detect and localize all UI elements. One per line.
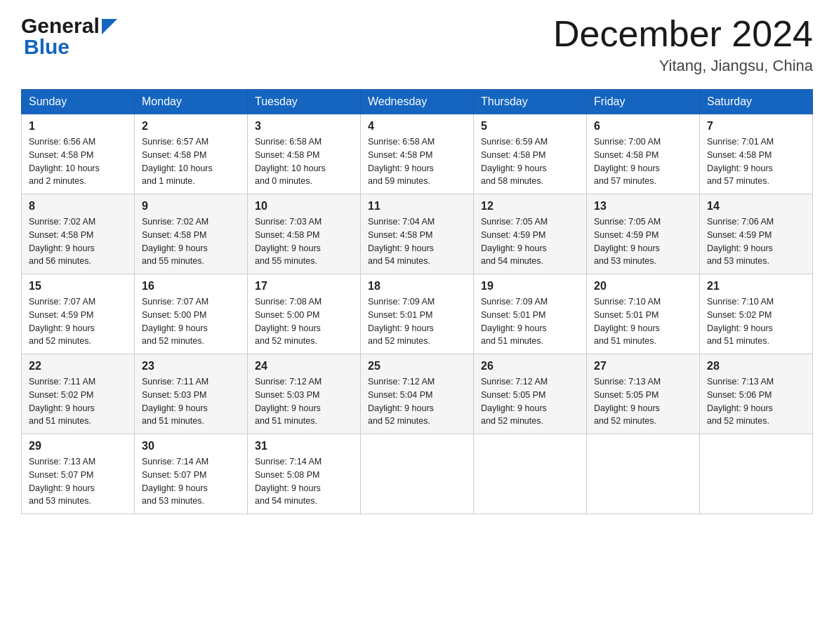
day-info: Sunrise: 6:57 AMSunset: 4:58 PMDaylight:… [142,135,240,188]
calendar-cell: 15Sunrise: 7:07 AMSunset: 4:59 PMDayligh… [22,274,135,354]
day-number: 10 [255,200,353,213]
calendar-cell [587,434,700,514]
day-number: 11 [368,200,466,213]
col-tuesday: Tuesday [248,90,361,114]
day-number: 18 [368,280,466,293]
calendar-cell: 14Sunrise: 7:06 AMSunset: 4:59 PMDayligh… [700,194,813,274]
calendar-cell: 6Sunrise: 7:00 AMSunset: 4:58 PMDaylight… [587,114,700,194]
day-info: Sunrise: 6:56 AMSunset: 4:58 PMDaylight:… [29,135,127,188]
day-number: 17 [255,280,353,293]
day-number: 7 [707,120,805,133]
col-friday: Friday [587,90,700,114]
day-number: 27 [594,360,692,373]
calendar-cell: 24Sunrise: 7:12 AMSunset: 5:03 PMDayligh… [248,354,361,434]
calendar-cell: 1Sunrise: 6:56 AMSunset: 4:58 PMDaylight… [22,114,135,194]
day-info: Sunrise: 7:01 AMSunset: 4:58 PMDaylight:… [707,135,805,188]
day-number: 24 [255,360,353,373]
day-number: 9 [142,200,240,213]
day-number: 8 [29,200,127,213]
day-info: Sunrise: 6:58 AMSunset: 4:58 PMDaylight:… [368,135,466,188]
calendar-cell: 16Sunrise: 7:07 AMSunset: 5:00 PMDayligh… [135,274,248,354]
day-info: Sunrise: 7:14 AMSunset: 5:07 PMDaylight:… [142,455,240,508]
day-info: Sunrise: 7:05 AMSunset: 4:59 PMDaylight:… [594,215,692,268]
day-number: 6 [594,120,692,133]
day-number: 21 [707,280,805,293]
day-info: Sunrise: 7:12 AMSunset: 5:04 PMDaylight:… [368,375,466,428]
calendar-cell: 25Sunrise: 7:12 AMSunset: 5:04 PMDayligh… [361,354,474,434]
day-info: Sunrise: 7:09 AMSunset: 5:01 PMDaylight:… [481,295,579,348]
week-row-4: 22Sunrise: 7:11 AMSunset: 5:02 PMDayligh… [22,354,813,434]
calendar-cell: 18Sunrise: 7:09 AMSunset: 5:01 PMDayligh… [361,274,474,354]
day-info: Sunrise: 6:59 AMSunset: 4:58 PMDaylight:… [481,135,579,188]
day-number: 3 [255,120,353,133]
calendar-cell [361,434,474,514]
day-info: Sunrise: 7:12 AMSunset: 5:05 PMDaylight:… [481,375,579,428]
calendar-cell: 9Sunrise: 7:02 AMSunset: 4:58 PMDaylight… [135,194,248,274]
col-wednesday: Wednesday [361,90,474,114]
col-thursday: Thursday [474,90,587,114]
page-header: General Blue December 2024 Yitang, Jiang… [21,14,813,75]
logo-arrow-icon [102,19,117,34]
calendar-cell: 4Sunrise: 6:58 AMSunset: 4:58 PMDaylight… [361,114,474,194]
day-number: 14 [707,200,805,213]
logo-blue-text: Blue [24,35,70,59]
week-row-1: 1Sunrise: 6:56 AMSunset: 4:58 PMDaylight… [22,114,813,194]
header-row: Sunday Monday Tuesday Wednesday Thursday… [22,90,813,114]
day-info: Sunrise: 7:07 AMSunset: 4:59 PMDaylight:… [29,295,127,348]
day-info: Sunrise: 7:04 AMSunset: 4:58 PMDaylight:… [368,215,466,268]
week-row-2: 8Sunrise: 7:02 AMSunset: 4:58 PMDaylight… [22,194,813,274]
col-monday: Monday [135,90,248,114]
day-info: Sunrise: 7:13 AMSunset: 5:07 PMDaylight:… [29,455,127,508]
day-number: 25 [368,360,466,373]
day-info: Sunrise: 7:02 AMSunset: 4:58 PMDaylight:… [142,215,240,268]
day-number: 16 [142,280,240,293]
day-number: 29 [29,440,127,452]
day-number: 26 [481,360,579,373]
day-number: 4 [368,120,466,133]
calendar-cell: 10Sunrise: 7:03 AMSunset: 4:58 PMDayligh… [248,194,361,274]
day-info: Sunrise: 7:06 AMSunset: 4:59 PMDaylight:… [707,215,805,268]
day-number: 1 [29,120,127,133]
calendar-cell: 17Sunrise: 7:08 AMSunset: 5:00 PMDayligh… [248,274,361,354]
week-row-5: 29Sunrise: 7:13 AMSunset: 5:07 PMDayligh… [22,434,813,514]
day-number: 12 [481,200,579,213]
calendar-cell: 29Sunrise: 7:13 AMSunset: 5:07 PMDayligh… [22,434,135,514]
day-number: 28 [707,360,805,373]
calendar-cell: 20Sunrise: 7:10 AMSunset: 5:01 PMDayligh… [587,274,700,354]
location-title: Yitang, Jiangsu, China [553,57,813,75]
month-year-title: December 2024 [553,14,813,54]
day-info: Sunrise: 7:08 AMSunset: 5:00 PMDaylight:… [255,295,353,348]
calendar-table: Sunday Monday Tuesday Wednesday Thursday… [21,89,813,514]
day-number: 13 [594,200,692,213]
day-number: 22 [29,360,127,373]
day-info: Sunrise: 7:11 AMSunset: 5:02 PMDaylight:… [29,375,127,428]
calendar-cell: 31Sunrise: 7:14 AMSunset: 5:08 PMDayligh… [248,434,361,514]
calendar-cell: 13Sunrise: 7:05 AMSunset: 4:59 PMDayligh… [587,194,700,274]
col-sunday: Sunday [22,90,135,114]
day-info: Sunrise: 7:11 AMSunset: 5:03 PMDaylight:… [142,375,240,428]
day-number: 19 [481,280,579,293]
day-info: Sunrise: 7:03 AMSunset: 4:58 PMDaylight:… [255,215,353,268]
calendar-cell: 21Sunrise: 7:10 AMSunset: 5:02 PMDayligh… [700,274,813,354]
day-number: 23 [142,360,240,373]
week-row-3: 15Sunrise: 7:07 AMSunset: 4:59 PMDayligh… [22,274,813,354]
title-block: December 2024 Yitang, Jiangsu, China [553,14,813,75]
calendar-cell: 11Sunrise: 7:04 AMSunset: 4:58 PMDayligh… [361,194,474,274]
day-number: 20 [594,280,692,293]
day-number: 31 [255,440,353,452]
day-info: Sunrise: 7:13 AMSunset: 5:06 PMDaylight:… [707,375,805,428]
day-info: Sunrise: 7:12 AMSunset: 5:03 PMDaylight:… [255,375,353,428]
day-info: Sunrise: 7:09 AMSunset: 5:01 PMDaylight:… [368,295,466,348]
calendar-cell: 19Sunrise: 7:09 AMSunset: 5:01 PMDayligh… [474,274,587,354]
day-info: Sunrise: 7:14 AMSunset: 5:08 PMDaylight:… [255,455,353,508]
day-info: Sunrise: 7:07 AMSunset: 5:00 PMDaylight:… [142,295,240,348]
calendar-cell [700,434,813,514]
calendar-cell: 26Sunrise: 7:12 AMSunset: 5:05 PMDayligh… [474,354,587,434]
logo: General Blue [21,14,117,59]
calendar-cell: 28Sunrise: 7:13 AMSunset: 5:06 PMDayligh… [700,354,813,434]
day-info: Sunrise: 7:02 AMSunset: 4:58 PMDaylight:… [29,215,127,268]
calendar-cell: 23Sunrise: 7:11 AMSunset: 5:03 PMDayligh… [135,354,248,434]
day-number: 2 [142,120,240,133]
calendar-cell: 5Sunrise: 6:59 AMSunset: 4:58 PMDaylight… [474,114,587,194]
calendar-cell: 7Sunrise: 7:01 AMSunset: 4:58 PMDaylight… [700,114,813,194]
